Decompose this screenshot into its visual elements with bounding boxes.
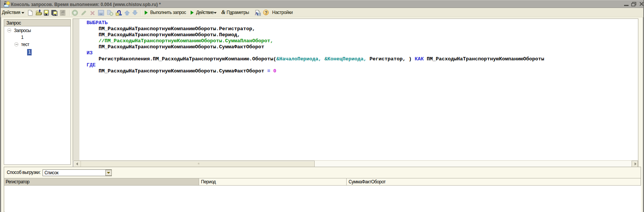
svg-text:A: A — [255, 11, 258, 16]
svg-text:?: ? — [265, 10, 267, 15]
svg-text:ОК: ОК — [100, 13, 103, 15]
